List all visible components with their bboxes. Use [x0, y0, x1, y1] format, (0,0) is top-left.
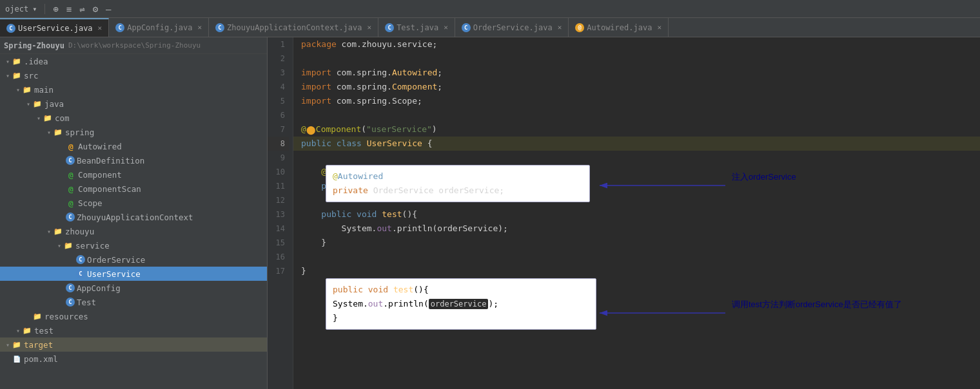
- tree-item-scope[interactable]: @ Scope: [0, 196, 267, 210]
- tree-item-resources[interactable]: 📁 resources: [0, 309, 267, 323]
- project-header: Spring-Zhouyu D:\work\workspace\Spring-Z…: [0, 37, 267, 54]
- tree-item-beandefinition[interactable]: C BeanDefinition: [0, 153, 267, 167]
- c-icon-orderservice: C: [76, 255, 85, 264]
- tree-item-target[interactable]: ▾ 📁 target: [0, 337, 267, 352]
- tree-item-userservice[interactable]: C UserService: [0, 267, 267, 281]
- callout-line-orderservice: private OrderService orderService;: [333, 184, 583, 198]
- project-name: Spring-Zhouyu: [4, 41, 64, 50]
- tree-label-zhouyu: zhouyu: [65, 227, 94, 236]
- tab-test[interactable]: C Test.java ✕: [378, 18, 455, 37]
- kw-package: package: [301, 37, 337, 52]
- callout-label-1: 注入orderService: [732, 171, 796, 183]
- code-line-13: public void test(){: [293, 207, 980, 222]
- tree-item-component[interactable]: @ Component: [0, 167, 267, 182]
- tree-label-pom: pom.xml: [24, 354, 58, 364]
- tree-item-pom[interactable]: 📄 pom.xml: [0, 352, 267, 366]
- tab-label-userservice: UserService.java: [18, 24, 93, 33]
- ln-3: 3: [268, 66, 289, 80]
- tree-label-service: service: [75, 241, 110, 251]
- folder-icon-java: 📁: [32, 99, 43, 109]
- folder-icon-service: 📁: [63, 240, 74, 251]
- tab-zhouyucontext[interactable]: C ZhouyuApplicationContext.java ✕: [209, 18, 378, 37]
- tree-label-zhouyucontext: ZhouyuApplicationContext: [77, 213, 193, 222]
- ln-8: 8: [268, 137, 289, 151]
- code-line-3: import com.spring.Autowired;: [293, 66, 980, 80]
- ln-15: 15: [268, 236, 289, 250]
- tab-userservice[interactable]: C UserService.java ✕: [0, 18, 109, 37]
- tab-appconfig[interactable]: C AppConfig.java ✕: [109, 18, 209, 37]
- code-line-5: import com.spring.Scope;: [293, 94, 980, 108]
- arrow-spring: ▾: [45, 129, 53, 136]
- tree-item-service[interactable]: ▾ 📁 service: [0, 238, 267, 252]
- tab-close-appconfig[interactable]: ✕: [197, 23, 202, 32]
- tab-icon-zhouyucontext: C: [215, 23, 224, 32]
- tabbar: C UserService.java ✕ C AppConfig.java ✕ …: [0, 18, 980, 37]
- code-line-16: [293, 250, 980, 264]
- tab-autowired[interactable]: @ Autowired.java ✕: [569, 18, 669, 37]
- ln-7: 7: [268, 122, 289, 137]
- editor: 1 2 3 4 5 6 7 8 9 10 11 12 13 14 15 16 1…: [268, 37, 980, 389]
- folder-icon-idea: 📁: [12, 56, 22, 66]
- list-icon[interactable]: ≡: [66, 4, 72, 14]
- tab-close-orderservice[interactable]: ✕: [558, 23, 562, 32]
- sync-icon[interactable]: ⇌: [79, 4, 84, 14]
- sidebar: Spring-Zhouyu D:\work\workspace\Spring-Z…: [0, 37, 268, 389]
- minimize-icon[interactable]: —: [106, 4, 111, 14]
- arrow-svg-1: [596, 176, 738, 195]
- tree-item-orderservice[interactable]: C OrderService: [0, 252, 267, 267]
- code-line-6: [293, 108, 980, 122]
- add-icon[interactable]: ⊕: [53, 4, 58, 14]
- dropdown-icon[interactable]: ▾: [32, 5, 37, 14]
- tab-icon-userservice: C: [6, 24, 15, 33]
- ln-17: 17: [268, 264, 289, 278]
- tab-close-test[interactable]: ✕: [444, 23, 448, 32]
- settings-icon[interactable]: ⚙: [93, 4, 98, 14]
- tree-item-appconfig[interactable]: C AppConfig: [0, 281, 267, 295]
- at-icon-componentscan: @: [66, 184, 76, 194]
- file-icon-pom: 📄: [12, 354, 22, 364]
- callout-line-autowired: @Autowired: [333, 169, 583, 184]
- tree-item-test-class[interactable]: C Test: [0, 295, 267, 309]
- arrow-service: ▾: [55, 242, 63, 249]
- c-icon-appconfig: C: [66, 283, 75, 292]
- c-icon-test-class: C: [66, 298, 75, 307]
- tree-item-zhouyucontext[interactable]: C ZhouyuApplicationContext: [0, 210, 267, 224]
- tree-item-com[interactable]: ▾ 📁 com: [0, 111, 267, 125]
- tree-item-idea[interactable]: ▾ 📁 .idea: [0, 54, 267, 68]
- tree-item-java[interactable]: ▾ 📁 java: [0, 97, 267, 111]
- arrow-svg-2: [596, 303, 738, 323]
- tab-orderservice[interactable]: C OrderService.java ✕: [455, 18, 569, 37]
- arrow-java: ▾: [24, 100, 32, 108]
- tree-item-spring[interactable]: ▾ 📁 spring: [0, 125, 267, 139]
- tree-label-beandefinition: BeanDefinition: [77, 156, 144, 166]
- folder-icon-main: 📁: [22, 84, 32, 95]
- toolbar-left: oject ▾: [5, 5, 37, 14]
- ln-14: 14: [268, 222, 289, 236]
- tree-item-src[interactable]: ▾ 📁 src: [0, 68, 267, 82]
- tree-item-main[interactable]: ▾ 📁 main: [0, 82, 267, 97]
- tree-item-autowired[interactable]: @ Autowired: [0, 139, 267, 153]
- tree-item-zhouyu[interactable]: ▾ 📁 zhouyu: [0, 224, 267, 238]
- code-line-9: [293, 151, 980, 165]
- ln-1: 1: [268, 37, 289, 52]
- tab-close-autowired[interactable]: ✕: [657, 23, 662, 32]
- tree-item-componentscan[interactable]: @ ComponentScan: [0, 182, 267, 196]
- ln-4: 4: [268, 80, 289, 94]
- tree-label-target: target: [24, 340, 53, 350]
- ln-5: 5: [268, 94, 289, 108]
- tab-close-userservice[interactable]: ✕: [98, 24, 103, 32]
- tree-label-userservice-item: UserService: [87, 269, 141, 279]
- code-area[interactable]: package com.zhouyu.service; import com.s…: [293, 37, 980, 389]
- tab-label-test: Test.java: [397, 23, 438, 32]
- tab-close-zhouyucontext[interactable]: ✕: [368, 23, 372, 32]
- ln-16: 16: [268, 250, 289, 264]
- ln-9: 9: [268, 151, 289, 165]
- tab-icon-appconfig: C: [115, 23, 124, 32]
- tree-label-resources: resources: [44, 312, 88, 321]
- tree-item-test-folder[interactable]: ▾ 📁 test: [0, 323, 267, 337]
- at-icon-component: @: [66, 169, 76, 180]
- tab-icon-test: C: [385, 23, 394, 32]
- component-badge: ⬤: [306, 123, 316, 137]
- tree-label-src: src: [24, 71, 39, 81]
- code-line-8: public class UserService {: [293, 137, 980, 151]
